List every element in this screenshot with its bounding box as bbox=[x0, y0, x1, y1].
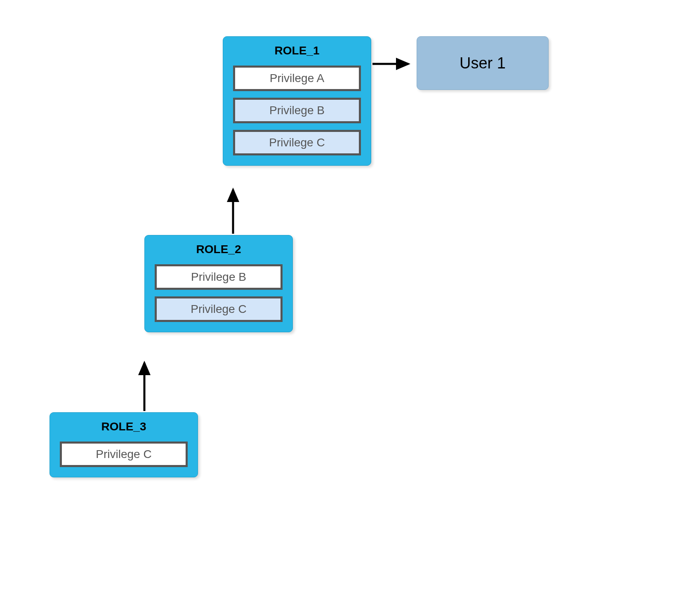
role-2-privilege-b: Privilege B bbox=[155, 264, 283, 290]
role-3-privilege-c: Privilege C bbox=[60, 442, 188, 467]
role-1-privilege-b: Privilege B bbox=[233, 98, 361, 123]
role-1-privilege-a: Privilege A bbox=[233, 66, 361, 91]
user-1-box: User 1 bbox=[417, 36, 549, 90]
role-2-title: ROLE_2 bbox=[155, 243, 283, 256]
user-1-label: User 1 bbox=[460, 54, 506, 72]
diagram-canvas: ROLE_1 Privilege A Privilege B Privilege… bbox=[0, 0, 700, 599]
role-1-title: ROLE_1 bbox=[233, 44, 361, 57]
role-3-title: ROLE_3 bbox=[60, 420, 188, 433]
role-3-box: ROLE_3 Privilege C bbox=[49, 412, 198, 477]
role-1-privilege-c: Privilege C bbox=[233, 130, 361, 155]
role-2-privilege-c: Privilege C bbox=[155, 296, 283, 322]
role-1-box: ROLE_1 Privilege A Privilege B Privilege… bbox=[223, 36, 371, 166]
role-2-box: ROLE_2 Privilege B Privilege C bbox=[144, 235, 293, 332]
